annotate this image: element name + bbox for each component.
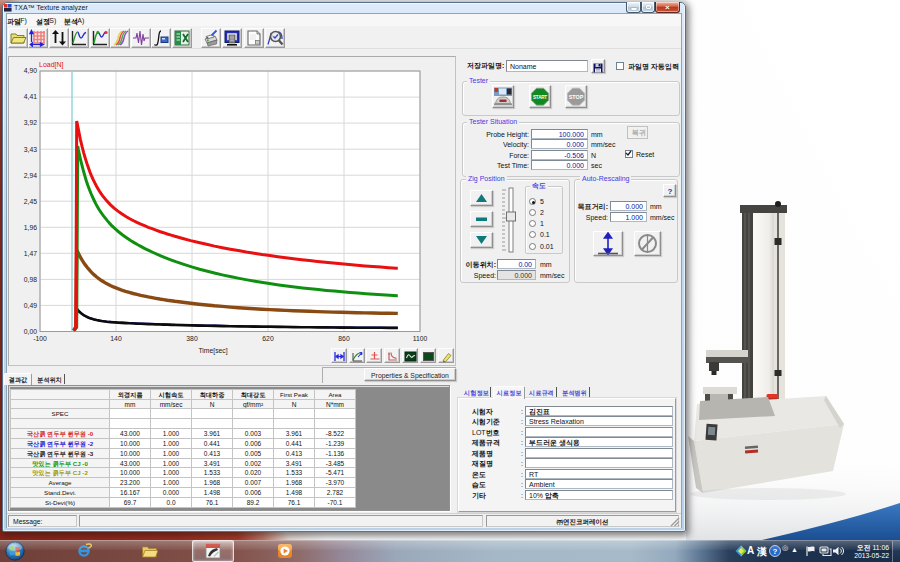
- svg-text:620: 620: [262, 335, 274, 342]
- svg-text:START: START: [533, 95, 547, 100]
- svg-text:1,96: 1,96: [24, 224, 37, 231]
- svg-text:?: ?: [773, 547, 778, 556]
- svg-text:3,43: 3,43: [24, 146, 37, 153]
- svg-text:-100: -100: [33, 335, 47, 342]
- svg-text:Load[N]: Load[N]: [39, 61, 64, 69]
- svg-text:2,45: 2,45: [24, 198, 37, 205]
- svg-text:0,00: 0,00: [24, 328, 37, 335]
- svg-text:380: 380: [186, 335, 198, 342]
- svg-text:4,41: 4,41: [24, 93, 37, 100]
- svg-text:STOP: STOP: [569, 94, 584, 100]
- svg-text:4,90: 4,90: [24, 67, 37, 74]
- svg-text:860: 860: [338, 335, 350, 342]
- svg-text:0,98: 0,98: [24, 276, 37, 283]
- svg-text:Time[sec]: Time[sec]: [198, 347, 227, 355]
- svg-text:140: 140: [110, 335, 122, 342]
- svg-text:0,49: 0,49: [24, 302, 37, 309]
- svg-text:3,92: 3,92: [24, 119, 37, 126]
- svg-text:1100: 1100: [413, 335, 428, 342]
- svg-text:1,47: 1,47: [24, 250, 37, 257]
- svg-text:2,94: 2,94: [24, 172, 37, 179]
